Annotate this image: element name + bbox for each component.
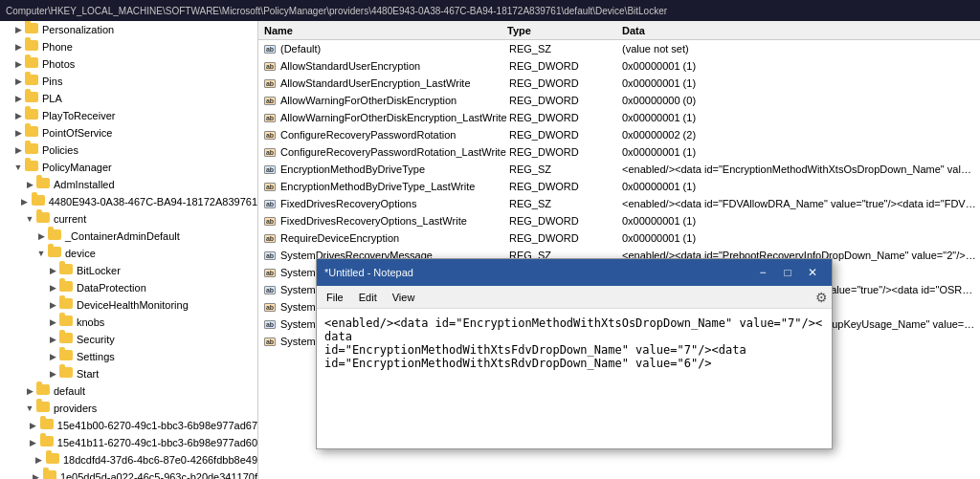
- tree-item-18dcdfd4[interactable]: ▶18dcdfd4-37d6-4bc6-87e0-4266fdbb8e49: [0, 451, 257, 468]
- tree-item-knobs[interactable]: ▶knobs: [0, 314, 257, 331]
- registry-table-header: Name Type Data: [258, 21, 980, 40]
- tree-item-personalization[interactable]: ▶Personalization: [0, 21, 257, 38]
- tree-item-pla[interactable]: ▶PLA: [0, 90, 257, 107]
- reg-row[interactable]: abRequireDeviceEncryptionREG_DWORD0x0000…: [258, 229, 980, 247]
- notepad-content-area[interactable]: <enabled/><data id="EncryptionMethodWith…: [317, 309, 832, 448]
- tree-expand-photos[interactable]: ▶: [11, 59, 25, 69]
- folder-icon-adminstalled: [36, 178, 52, 191]
- tree-item-15e41b11[interactable]: ▶15e41b11-6270-49c1-bbc3-6b98e977ad60: [0, 434, 257, 451]
- tree-label-current: current: [54, 213, 86, 225]
- tree-expand-default[interactable]: ▶: [23, 386, 36, 396]
- reg-value-data: 0x00000001 (1): [622, 215, 980, 227]
- tree-expand-current[interactable]: ▼: [23, 214, 36, 224]
- tree-item-playtoreceiver[interactable]: ▶PlayToReceiver: [0, 107, 257, 124]
- reg-row[interactable]: abFixedDrivesRecoveryOptionsREG_SZ<enabl…: [258, 195, 980, 212]
- tree-expand-settings[interactable]: ▶: [46, 352, 59, 361]
- tree-expand-adminstalled[interactable]: ▶: [23, 180, 36, 189]
- reg-value-icon: ab: [262, 317, 278, 331]
- reg-value-name: AllowWarningForOtherDiskEncryption: [280, 95, 457, 106]
- reg-row[interactable]: abAllowStandardUserEncryption_LastWriteR…: [258, 75, 980, 92]
- tree-item-4480e943[interactable]: ▶4480E943-0A38-467C-BA94-18172A839761: [0, 193, 257, 210]
- tree-item-pointofservice[interactable]: ▶PointOfService: [0, 124, 257, 142]
- notepad-menu-edit[interactable]: Edit: [353, 290, 383, 305]
- tree-expand-policymanager[interactable]: ▼: [11, 163, 25, 172]
- reg-value-icon: ab: [262, 128, 278, 142]
- tree-label-devicehealthmonitoring: DeviceHealthMonitoring: [77, 299, 189, 311]
- tree-label-bitlocker: BitLocker: [77, 265, 121, 276]
- tree-expand-start[interactable]: ▶: [46, 369, 59, 379]
- notepad-close-button[interactable]: ✕: [801, 263, 824, 282]
- tree-expand-dataprotection[interactable]: ▶: [46, 283, 59, 293]
- folder-icon-pla: [25, 92, 40, 105]
- notepad-settings-icon[interactable]: ⚙: [815, 290, 828, 305]
- tree-item-policymanager[interactable]: ▼PolicyManager: [0, 159, 257, 176]
- tree-expand-15e41b00[interactable]: ▶: [27, 421, 40, 430]
- tree-item-dataprotection[interactable]: ▶DataProtection: [0, 279, 257, 296]
- reg-row[interactable]: abConfigureRecoveryPasswordRotation_Last…: [258, 143, 980, 161]
- tree-expand-policies[interactable]: ▶: [11, 145, 25, 155]
- tree-expand-pla[interactable]: ▶: [11, 94, 25, 103]
- tree-expand-security[interactable]: ▶: [46, 335, 59, 344]
- notepad-maximize-button[interactable]: □: [776, 263, 799, 282]
- tree-item-devicehealthmonitoring[interactable]: ▶DeviceHealthMonitoring: [0, 296, 257, 314]
- tree-item-security[interactable]: ▶Security: [0, 331, 257, 348]
- tree-item-device[interactable]: ▼device: [0, 245, 257, 262]
- tree-expand-device[interactable]: ▼: [34, 249, 48, 258]
- tree-label-1e05dd5d: 1e05dd5d-a022-46c5-963c-b20de341170f: [60, 471, 257, 479]
- tree-item-photos[interactable]: ▶Photos: [0, 55, 257, 73]
- notepad-minimize-button[interactable]: −: [751, 263, 774, 282]
- reg-row[interactable]: abConfigureRecoveryPasswordRotationREG_D…: [258, 126, 980, 143]
- reg-row[interactable]: abEncryptionMethodByDriveTypeREG_SZ<enab…: [258, 161, 980, 178]
- tree-expand-knobs[interactable]: ▶: [46, 317, 59, 327]
- tree-item-settings[interactable]: ▶Settings: [0, 348, 257, 365]
- tree-expand-pointofservice[interactable]: ▶: [11, 128, 25, 138]
- tree-expand-personalization[interactable]: ▶: [11, 25, 25, 34]
- tree-expand-4480e943[interactable]: ▶: [18, 197, 32, 207]
- reg-value-data: 0x00000001 (1): [622, 77, 980, 89]
- notepad-menu-file[interactable]: File: [321, 290, 349, 305]
- reg-row[interactable]: abEncryptionMethodByDriveType_LastWriteR…: [258, 178, 980, 195]
- tree-expand-bitlocker[interactable]: ▶: [46, 266, 59, 275]
- tree-item-_containeradmindefault[interactable]: ▶_ContainerAdminDefault: [0, 228, 257, 245]
- folder-icon-policymanager: [25, 161, 40, 174]
- tree-label-providers: providers: [54, 403, 97, 414]
- tree-item-default[interactable]: ▶default: [0, 382, 257, 400]
- tree-item-start[interactable]: ▶Start: [0, 365, 257, 382]
- tree-expand-15e41b11[interactable]: ▶: [27, 438, 40, 447]
- tree-expand-playtoreceiver[interactable]: ▶: [11, 111, 25, 120]
- tree-expand-1e05dd5d[interactable]: ▶: [30, 472, 43, 479]
- reg-value-name: AllowStandardUserEncryption: [280, 60, 420, 72]
- folder-icon-knobs: [59, 316, 75, 329]
- tree-item-1e05dd5d[interactable]: ▶1e05dd5d-a022-46c5-963c-b20de341170f: [0, 468, 257, 479]
- folder-icon-policies: [25, 143, 40, 157]
- reg-value-name: ConfigureRecoveryPasswordRotation_LastWr…: [280, 146, 506, 158]
- tree-item-phone[interactable]: ▶Phone: [0, 38, 257, 55]
- tree-item-bitlocker[interactable]: ▶BitLocker: [0, 262, 257, 279]
- reg-value-name: EncryptionMethodByDriveType_LastWrite: [280, 181, 475, 192]
- reg-row[interactable]: abAllowWarningForOtherDiskEncryption_Las…: [258, 109, 980, 126]
- reg-value-name: EncryptionMethodByDriveType: [280, 163, 425, 175]
- tree-expand-phone[interactable]: ▶: [11, 42, 25, 52]
- tree-item-adminstalled[interactable]: ▶AdmInstalled: [0, 176, 257, 193]
- tree-item-current[interactable]: ▼current: [0, 210, 257, 228]
- folder-icon-playtoreceiver: [25, 109, 40, 122]
- tree-expand-pins[interactable]: ▶: [11, 76, 25, 86]
- reg-row[interactable]: abAllowStandardUserEncryptionREG_DWORD0x…: [258, 57, 980, 75]
- reg-value-type: REG_DWORD: [507, 232, 622, 244]
- reg-row[interactable]: abAllowWarningForOtherDiskEncryptionREG_…: [258, 92, 980, 109]
- reg-value-icon: ab: [262, 231, 278, 245]
- reg-value-data: 0x00000001 (1): [622, 60, 980, 72]
- tree-expand-_containeradmindefault[interactable]: ▶: [34, 231, 48, 241]
- reg-row[interactable]: ab(Default)REG_SZ(value not set): [258, 40, 980, 57]
- tree-item-providers[interactable]: ▼providers: [0, 400, 257, 417]
- tree-item-pins[interactable]: ▶Pins: [0, 73, 257, 90]
- tree-expand-providers[interactable]: ▼: [23, 403, 36, 413]
- notepad-menu-view[interactable]: View: [387, 290, 421, 305]
- tree-expand-devicehealthmonitoring[interactable]: ▶: [46, 300, 59, 310]
- reg-row[interactable]: abFixedDrivesRecoveryOptions_LastWriteRE…: [258, 212, 980, 229]
- tree-item-policies[interactable]: ▶Policies: [0, 142, 257, 159]
- tree-expand-18dcdfd4[interactable]: ▶: [33, 455, 46, 465]
- tree-label-security: Security: [77, 334, 115, 345]
- reg-value-data: 0x00000001 (1): [622, 232, 980, 244]
- tree-item-15e41b00[interactable]: ▶15e41b00-6270-49c1-bbc3-6b98e977ad67: [0, 417, 257, 434]
